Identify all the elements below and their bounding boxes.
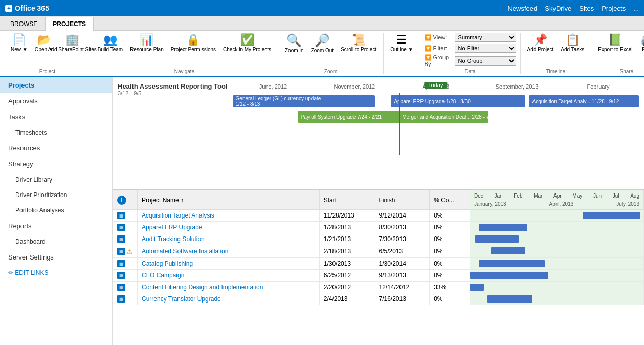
project-name-link[interactable]: CFO Campaign [142, 272, 184, 279]
resource-plan-button[interactable]: 📊 Resource Plan [127, 33, 166, 54]
gantt-bar-merger: Merger and Acquisition Deal... 2/28 - 7/… [399, 111, 488, 123]
project-permissions-button[interactable]: 🔒 Project Permissions [168, 33, 218, 54]
mini-bar [491, 247, 526, 254]
resource-plan-icon: 📊 [140, 34, 153, 46]
mini-bar [583, 212, 640, 219]
sidebar: Projects Approvals Tasks Timesheets Reso… [0, 77, 113, 345]
groupby-row: 🔽 Group By: No Group Department [425, 54, 516, 67]
build-team-button[interactable]: 👥 Build Team [95, 33, 125, 54]
th-project-name[interactable]: Project Name ↑ [138, 190, 320, 210]
view-select[interactable]: Summary Detail Cost [455, 33, 516, 42]
gantt-header-mar: Mar [534, 193, 542, 199]
nav-sites[interactable]: Sites [579, 5, 594, 12]
scroll-to-icon: 📜 [352, 34, 366, 46]
row-start-cell: 2/20/2012 [319, 282, 374, 293]
ribbon-group-outline: ☰ Outline ▼ [384, 33, 420, 74]
table-area: i Project Name ↑ Start Finish % Co... De… [113, 190, 644, 345]
nav-newsfeed[interactable]: Newsfeed [507, 5, 537, 12]
add-sharepoint-button[interactable]: 🏢 Add SharePoint Sites [58, 33, 86, 54]
today-line [399, 93, 400, 155]
sidebar-item-dashboard[interactable]: Dashboard [0, 234, 112, 249]
ribbon-group-share-label: Share [620, 69, 634, 74]
project-icon: ▦ [117, 272, 125, 279]
project-name-link[interactable]: Content Filtering Design and Implementat… [142, 284, 263, 291]
row-name-cell: Content Filtering Design and Implementat… [138, 282, 320, 293]
scroll-to-button[interactable]: 📜 Scroll to Project [338, 33, 379, 54]
print-button[interactable]: 🖨️ Print [637, 33, 644, 54]
row-gantt-cell [470, 222, 644, 233]
gantt-bar-erp: Apparel ERP Upgrade 1/28 - 8/30 [391, 95, 525, 107]
warning-icon: ⚠ [126, 247, 133, 255]
sidebar-item-driver-prioritization[interactable]: Driver Prioritization [0, 187, 112, 203]
add-project-button[interactable]: 📌 Add Project [525, 33, 557, 54]
tab-browse[interactable]: BROWSE [3, 17, 45, 31]
gantt-header-jul: Jul [613, 193, 619, 199]
row-finish-cell: 9/12/2014 [374, 210, 430, 222]
project-icon: ▦ [117, 235, 125, 243]
mini-bar [479, 224, 527, 231]
zoom-out-icon: 🔎 [315, 34, 330, 47]
row-start-cell: 1/21/2013 [319, 233, 374, 245]
row-icon-cell: ▦ [113, 233, 138, 245]
info-icon: i [117, 196, 126, 205]
gantt-header-jun: Jun [593, 193, 602, 199]
row-pct-cell: 0% [430, 222, 470, 233]
sidebar-item-strategy[interactable]: Strategy [0, 156, 112, 172]
zoom-in-button[interactable]: 🔍 Zoom In [282, 33, 306, 55]
ribbon-group-project-items: 📄 New ▼ 📂 Open ▼ 🏢 Add SharePoint Sites [8, 33, 86, 67]
sidebar-item-portfolio-analyses[interactable]: Portfolio Analyses [0, 203, 112, 218]
new-button[interactable]: 📄 New ▼ [8, 33, 30, 54]
outline-icon: ☰ [396, 34, 407, 46]
sidebar-item-approvals[interactable]: Approvals [0, 93, 112, 109]
project-name-link[interactable]: Apparel ERP Upgrade [142, 224, 203, 231]
nav-skydrive[interactable]: SkyDrive [545, 5, 571, 12]
row-pct-cell: 33% [430, 282, 470, 293]
outline-button[interactable]: ☰ Outline ▼ [388, 33, 415, 54]
check-in-button[interactable]: ✅ Check in My Projects [220, 33, 274, 54]
sidebar-item-reports[interactable]: Reports [0, 218, 112, 234]
zoom-out-button[interactable]: 🔎 Zoom Out [308, 33, 336, 55]
outline-label: Outline ▼ [390, 47, 413, 52]
sidebar-item-projects[interactable]: Projects [0, 77, 112, 93]
export-excel-button[interactable]: 📗 Export to Excel [595, 33, 635, 54]
project-name-link[interactable]: Automated Software Installation [142, 248, 228, 255]
nav-more[interactable]: ... [633, 5, 639, 12]
add-tasks-label: Add Tasks [561, 47, 584, 52]
row-gantt-cell [470, 210, 644, 222]
project-name-link[interactable]: Audit Tracking Solution [142, 235, 205, 243]
ribbon-data-items: 🔽 View: Summary Detail Cost 🔽 Filter: No… [425, 33, 516, 67]
mini-bar [470, 284, 484, 291]
sidebar-edit-links[interactable]: ✏ EDIT LINKS [0, 265, 112, 281]
tab-projects[interactable]: PROJECTS [45, 17, 94, 31]
groupby-select[interactable]: No Group Department [455, 56, 516, 66]
content: Projects Approvals Tasks Timesheets Reso… [0, 77, 644, 345]
th-pct[interactable]: % Co... [430, 190, 470, 210]
row-finish-cell: 7/30/2013 [374, 233, 430, 245]
project-icon: ▦ [117, 212, 125, 219]
project-name-link[interactable]: Catalog Publishing [142, 260, 193, 267]
sidebar-item-tasks[interactable]: Tasks [0, 109, 112, 125]
sidebar-item-resources[interactable]: Resources [0, 140, 112, 156]
view-label: 🔽 View: [425, 34, 453, 41]
sidebar-item-timesheets[interactable]: Timesheets [0, 125, 112, 140]
new-icon: 📄 [12, 34, 26, 46]
sidebar-item-server-settings[interactable]: Server Settings [0, 249, 112, 265]
main-content: Health Assessment Reporting Tool 3/12 - … [113, 77, 644, 345]
add-tasks-button[interactable]: 📋 Add Tasks [558, 33, 587, 54]
zoom-in-icon: 🔍 [286, 34, 302, 47]
project-permissions-icon: 🔒 [186, 34, 200, 46]
project-name-link[interactable]: Currency Translator Upgrade [142, 295, 221, 303]
office-logo[interactable]: ✦ Office 365 [5, 4, 49, 12]
project-icon: ▦ [117, 248, 125, 255]
th-start[interactable]: Start [319, 190, 374, 210]
ribbon-share-items: 📗 Export to Excel 🖨️ Print [595, 33, 644, 67]
row-finish-cell: 6/5/2013 [374, 245, 430, 258]
row-finish-cell: 7/16/2013 [374, 293, 430, 305]
filter-select[interactable]: No Filter Active [455, 44, 516, 53]
export-excel-label: Export to Excel [598, 47, 632, 52]
th-finish[interactable]: Finish [374, 190, 430, 210]
nav-projects[interactable]: Projects [602, 5, 626, 12]
sidebar-item-driver-library[interactable]: Driver Library [0, 172, 112, 187]
check-in-icon: ✅ [240, 34, 254, 46]
project-name-link[interactable]: Acquisition Target Analysis [142, 212, 214, 219]
